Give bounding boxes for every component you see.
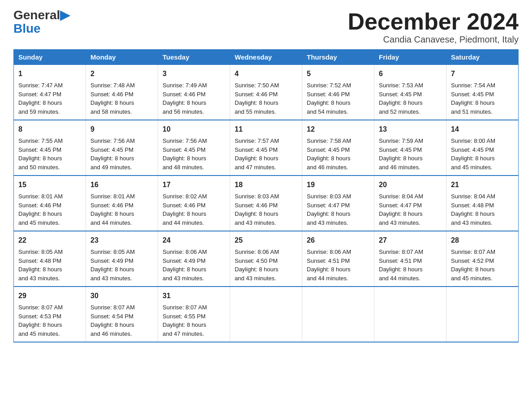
day-cell — [374, 287, 446, 342]
day-cell: 13Sunrise: 7:59 AMSunset: 4:45 PMDayligh… — [374, 120, 446, 176]
day-cell: 31Sunrise: 8:07 AMSunset: 4:55 PMDayligh… — [158, 287, 230, 342]
weekday-header-tuesday: Tuesday — [158, 50, 230, 65]
sunset-info: Sunset: 4:45 PM — [307, 146, 350, 153]
sunset-info: Sunset: 4:46 PM — [307, 91, 350, 98]
day-cell: 10Sunrise: 7:56 AMSunset: 4:45 PMDayligh… — [158, 120, 230, 176]
daylight-info: Daylight: 8 hoursand 43 minutes. — [307, 210, 351, 226]
day-number: 4 — [235, 68, 297, 79]
week-row-5: 29Sunrise: 8:07 AMSunset: 4:53 PMDayligh… — [14, 287, 519, 342]
sunrise-info: Sunrise: 7:56 AM — [90, 137, 135, 144]
day-cell: 19Sunrise: 8:03 AMSunset: 4:47 PMDayligh… — [302, 176, 374, 231]
day-cell: 12Sunrise: 7:58 AMSunset: 4:45 PMDayligh… — [302, 120, 374, 176]
daylight-info: Daylight: 8 hoursand 43 minutes. — [163, 266, 206, 282]
sunrise-info: Sunrise: 8:05 AM — [18, 248, 63, 255]
daylight-info: Daylight: 8 hoursand 49 minutes. — [90, 155, 134, 171]
day-number: 13 — [379, 124, 442, 135]
day-cell: 27Sunrise: 8:07 AMSunset: 4:51 PMDayligh… — [374, 231, 446, 287]
sunset-info: Sunset: 4:52 PM — [451, 257, 494, 264]
sunrise-info: Sunrise: 8:07 AM — [379, 248, 423, 255]
day-cell: 26Sunrise: 8:06 AMSunset: 4:51 PMDayligh… — [302, 231, 374, 287]
week-row-1: 1Sunrise: 7:47 AMSunset: 4:47 PMDaylight… — [14, 65, 519, 120]
day-number: 18 — [235, 180, 297, 190]
daylight-info: Daylight: 8 hoursand 45 minutes. — [18, 210, 62, 226]
sunset-info: Sunset: 4:46 PM — [235, 202, 278, 209]
logo: General▶ Blue — [13, 9, 70, 36]
daylight-info: Daylight: 8 hoursand 44 minutes. — [163, 210, 206, 226]
sunset-info: Sunset: 4:45 PM — [90, 146, 133, 153]
sunset-info: Sunset: 4:45 PM — [18, 146, 61, 153]
daylight-info: Daylight: 8 hoursand 58 minutes. — [90, 99, 134, 115]
sunrise-info: Sunrise: 8:00 AM — [451, 137, 495, 144]
day-number: 8 — [18, 124, 81, 135]
weekday-header-monday: Monday — [86, 50, 158, 65]
sunrise-info: Sunrise: 7:50 AM — [235, 82, 279, 89]
sunset-info: Sunset: 4:45 PM — [451, 91, 494, 98]
daylight-info: Daylight: 8 hoursand 47 minutes. — [163, 321, 206, 337]
sunset-info: Sunset: 4:50 PM — [235, 257, 278, 264]
sunset-info: Sunset: 4:46 PM — [90, 202, 133, 209]
sunset-info: Sunset: 4:53 PM — [18, 313, 61, 320]
day-number: 7 — [451, 68, 514, 79]
day-number: 12 — [307, 124, 369, 135]
sunset-info: Sunset: 4:51 PM — [307, 257, 350, 264]
sunrise-info: Sunrise: 7:48 AM — [90, 82, 135, 89]
daylight-info: Daylight: 8 hoursand 47 minutes. — [235, 155, 279, 171]
daylight-info: Daylight: 8 hoursand 46 minutes. — [307, 155, 351, 171]
month-title: December 2024 — [348, 9, 519, 34]
day-number: 19 — [307, 180, 369, 190]
day-number: 15 — [18, 180, 81, 190]
logo-general-text: General▶ — [13, 9, 70, 21]
sunrise-info: Sunrise: 7:47 AM — [18, 82, 63, 89]
sunrise-info: Sunrise: 8:06 AM — [307, 248, 351, 255]
day-number: 24 — [163, 235, 225, 246]
daylight-info: Daylight: 8 hoursand 51 minutes. — [451, 99, 495, 115]
day-cell: 22Sunrise: 8:05 AMSunset: 4:48 PMDayligh… — [14, 231, 86, 287]
sunset-info: Sunset: 4:46 PM — [235, 91, 278, 98]
sunrise-info: Sunrise: 8:07 AM — [90, 304, 135, 311]
day-number: 20 — [379, 180, 442, 190]
daylight-info: Daylight: 8 hoursand 43 minutes. — [379, 210, 423, 226]
sunrise-info: Sunrise: 7:53 AM — [379, 82, 423, 89]
day-cell: 25Sunrise: 8:06 AMSunset: 4:50 PMDayligh… — [230, 231, 302, 287]
sunrise-info: Sunrise: 8:06 AM — [163, 248, 207, 255]
day-cell: 20Sunrise: 8:04 AMSunset: 4:47 PMDayligh… — [374, 176, 446, 231]
sunset-info: Sunset: 4:46 PM — [163, 202, 206, 209]
sunset-info: Sunset: 4:45 PM — [451, 146, 494, 153]
sunrise-info: Sunrise: 7:49 AM — [163, 82, 207, 89]
day-cell: 23Sunrise: 8:05 AMSunset: 4:49 PMDayligh… — [86, 231, 158, 287]
sunrise-info: Sunrise: 7:55 AM — [18, 137, 63, 144]
sunrise-info: Sunrise: 7:54 AM — [451, 82, 495, 89]
day-number: 9 — [90, 124, 153, 135]
sunrise-info: Sunrise: 8:07 AM — [451, 248, 495, 255]
day-number: 25 — [235, 235, 297, 246]
day-number: 14 — [451, 124, 514, 135]
day-cell — [446, 287, 519, 342]
day-cell: 3Sunrise: 7:49 AMSunset: 4:46 PMDaylight… — [158, 65, 230, 120]
day-cell: 29Sunrise: 8:07 AMSunset: 4:53 PMDayligh… — [14, 287, 86, 342]
sunset-info: Sunset: 4:47 PM — [379, 202, 422, 209]
day-cell: 4Sunrise: 7:50 AMSunset: 4:46 PMDaylight… — [230, 65, 302, 120]
day-number: 1 — [18, 68, 81, 79]
daylight-info: Daylight: 8 hoursand 45 minutes. — [451, 155, 495, 171]
daylight-info: Daylight: 8 hoursand 52 minutes. — [379, 99, 423, 115]
location: Candia Canavese, Piedmont, Italy — [348, 34, 519, 45]
day-cell: 1Sunrise: 7:47 AMSunset: 4:47 PMDaylight… — [14, 65, 86, 120]
sunrise-info: Sunrise: 7:59 AM — [379, 137, 423, 144]
daylight-info: Daylight: 8 hoursand 44 minutes. — [307, 266, 351, 282]
sunrise-info: Sunrise: 8:05 AM — [90, 248, 135, 255]
day-cell: 16Sunrise: 8:01 AMSunset: 4:46 PMDayligh… — [86, 176, 158, 231]
day-cell: 7Sunrise: 7:54 AMSunset: 4:45 PMDaylight… — [446, 65, 519, 120]
day-number: 30 — [90, 291, 153, 301]
sunset-info: Sunset: 4:45 PM — [379, 146, 422, 153]
sunset-info: Sunset: 4:45 PM — [163, 146, 206, 153]
sunset-info: Sunset: 4:51 PM — [379, 257, 422, 264]
day-number: 23 — [90, 235, 153, 246]
day-number: 28 — [451, 235, 514, 246]
daylight-info: Daylight: 8 hoursand 56 minutes. — [163, 99, 206, 115]
sunrise-info: Sunrise: 8:01 AM — [18, 193, 63, 200]
day-cell: 6Sunrise: 7:53 AMSunset: 4:45 PMDaylight… — [374, 65, 446, 120]
day-number: 2 — [90, 68, 153, 79]
sunrise-info: Sunrise: 8:07 AM — [18, 304, 63, 311]
daylight-info: Daylight: 8 hoursand 44 minutes. — [379, 266, 423, 282]
sunset-info: Sunset: 4:55 PM — [163, 313, 206, 320]
